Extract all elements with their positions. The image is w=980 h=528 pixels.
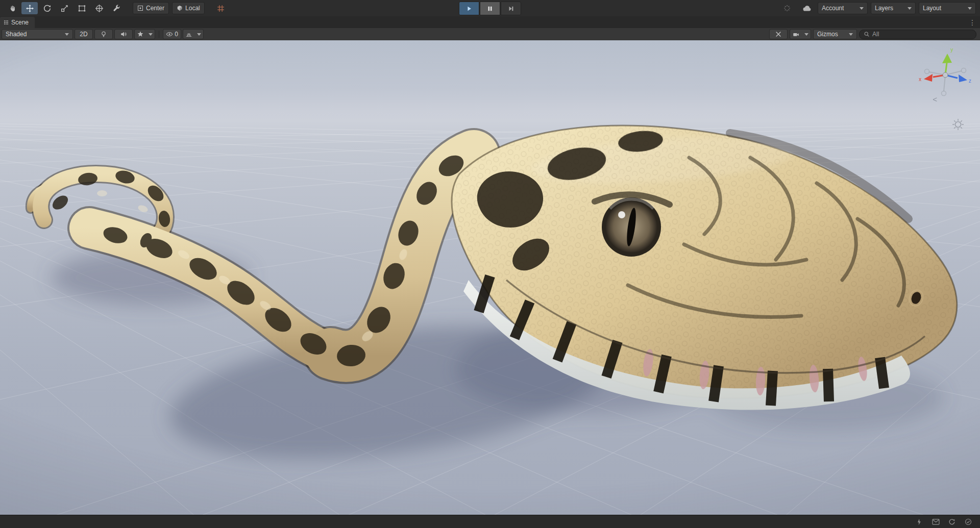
custom-tool-button[interactable] — [108, 2, 125, 14]
scene-search-input[interactable]: All — [859, 30, 976, 39]
search-icon — [864, 31, 870, 37]
persp-indicator[interactable]: < — [933, 95, 937, 103]
activity-icon — [783, 4, 791, 12]
status-bar — [0, 515, 980, 528]
play-button[interactable] — [459, 2, 479, 15]
layers-label: Layers — [875, 5, 893, 12]
rotate-tool-icon — [43, 4, 52, 13]
refresh-icon — [948, 518, 955, 525]
pivot-label: Center — [146, 5, 164, 12]
status-check-button[interactable] — [964, 517, 973, 526]
gizmo-z-label: z — [969, 78, 971, 84]
transform-tool-button[interactable] — [91, 2, 107, 14]
tab-grip-icon — [4, 20, 8, 24]
chevron-down-icon — [860, 7, 864, 10]
rotation-toggle-button[interactable]: Local — [172, 2, 205, 14]
scene-audio-toggle[interactable] — [114, 29, 133, 39]
scene-render — [0, 40, 980, 515]
lightbulb-icon — [100, 31, 107, 38]
effects-icon — [137, 31, 144, 38]
draw-mode-dropdown[interactable]: Shaded — [2, 29, 73, 39]
scene-tab-label: Scene — [11, 19, 29, 26]
grid-snap-button[interactable] — [213, 2, 229, 14]
component-tools-button[interactable] — [769, 29, 788, 39]
dock-tab-row: Scene ⋮ — [0, 16, 980, 29]
chevron-down-icon — [804, 33, 808, 36]
check-icon — [965, 518, 972, 525]
2d-label: 2D — [80, 31, 87, 38]
play-icon — [465, 5, 473, 12]
refresh-status-button[interactable] — [947, 517, 957, 526]
chevron-down-icon — [908, 7, 912, 10]
pivot-icon — [137, 5, 143, 11]
toolbar-separator — [207, 8, 212, 9]
main-toolbar: Center Local Account Layers — [0, 0, 980, 17]
hand-tool-icon — [8, 4, 17, 13]
scene-view-toolbar: Shaded 2D 0 Gizmos All — [0, 28, 980, 41]
gizmo-y-axis: y — [942, 47, 953, 75]
activity-icon — [916, 518, 923, 525]
rotation-label: Local — [185, 5, 200, 12]
layers-dropdown[interactable]: Layers — [871, 2, 916, 14]
step-button[interactable] — [501, 2, 521, 15]
scene-visibility-toggle[interactable]: 0 — [163, 29, 181, 39]
activity-status-button[interactable] — [915, 517, 924, 526]
toolbar-right-group: Account Layers Layout — [779, 2, 976, 14]
layout-dropdown[interactable]: Layout — [919, 2, 976, 14]
sun-icon[interactable] — [951, 118, 965, 131]
rotate-tool-button[interactable] — [39, 2, 55, 14]
grid-icon — [185, 31, 192, 38]
tools-icon — [775, 31, 782, 38]
scale-tool-icon — [60, 4, 69, 13]
cloud-icon — [802, 5, 812, 12]
cache-server-button[interactable] — [931, 517, 940, 526]
toolbar-separator — [126, 8, 131, 9]
account-dropdown[interactable]: Account — [818, 2, 868, 14]
chevron-down-icon — [197, 33, 201, 36]
camera-settings-dropdown[interactable] — [790, 29, 811, 39]
gizmos-label: Gizmos — [817, 31, 838, 38]
scene-toolbar-right: Gizmos All — [769, 29, 978, 39]
cloud-services-button[interactable] — [798, 2, 815, 14]
status-bar-right — [915, 517, 980, 526]
gizmo-x-label: x — [919, 77, 921, 82]
scale-tool-button[interactable] — [56, 2, 72, 14]
step-icon — [507, 5, 514, 12]
move-tool-icon — [26, 4, 34, 13]
play-controls — [459, 2, 521, 15]
activity-indicator-button[interactable] — [779, 2, 795, 14]
local-axis-icon — [177, 5, 183, 11]
pivot-toggle-button[interactable]: Center — [133, 2, 169, 14]
scene-lighting-toggle[interactable] — [94, 29, 113, 39]
move-tool-button[interactable] — [21, 2, 38, 14]
tab-scene[interactable]: Scene — [0, 17, 35, 28]
orientation-gizmo[interactable]: y x z — [917, 44, 973, 100]
camera-icon — [792, 31, 800, 38]
visibility-icon — [166, 31, 173, 38]
hand-tool-button[interactable] — [4, 2, 20, 14]
gizmo-x-axis: x — [919, 74, 945, 82]
layout-label: Layout — [923, 5, 941, 12]
hidden-object-count: 0 — [175, 31, 178, 38]
toolbar-separator — [159, 31, 159, 38]
cache-icon — [932, 519, 940, 525]
chevron-down-icon — [849, 33, 853, 36]
gizmo-y-label: y — [950, 47, 953, 53]
effects-dropdown[interactable] — [134, 29, 155, 39]
draw-mode-label: Shaded — [6, 31, 27, 38]
grid-visibility-dropdown[interactable] — [183, 29, 204, 39]
rect-tool-icon — [78, 4, 86, 13]
grid-snap-icon — [216, 4, 225, 13]
gizmos-dropdown[interactable]: Gizmos — [813, 29, 857, 39]
scene-viewport[interactable]: y x z < — [0, 40, 980, 515]
tab-menu-icon[interactable]: ⋮ — [965, 17, 980, 28]
pause-icon — [486, 5, 494, 12]
pause-button[interactable] — [480, 2, 500, 15]
account-label: Account — [822, 5, 844, 12]
chevron-down-icon — [65, 33, 69, 36]
search-scope-label: All — [872, 31, 879, 38]
audio-icon — [120, 31, 127, 38]
transform-tool-icon — [95, 4, 104, 13]
2d-toggle-button[interactable]: 2D — [75, 29, 93, 39]
rect-tool-button[interactable] — [74, 2, 90, 14]
